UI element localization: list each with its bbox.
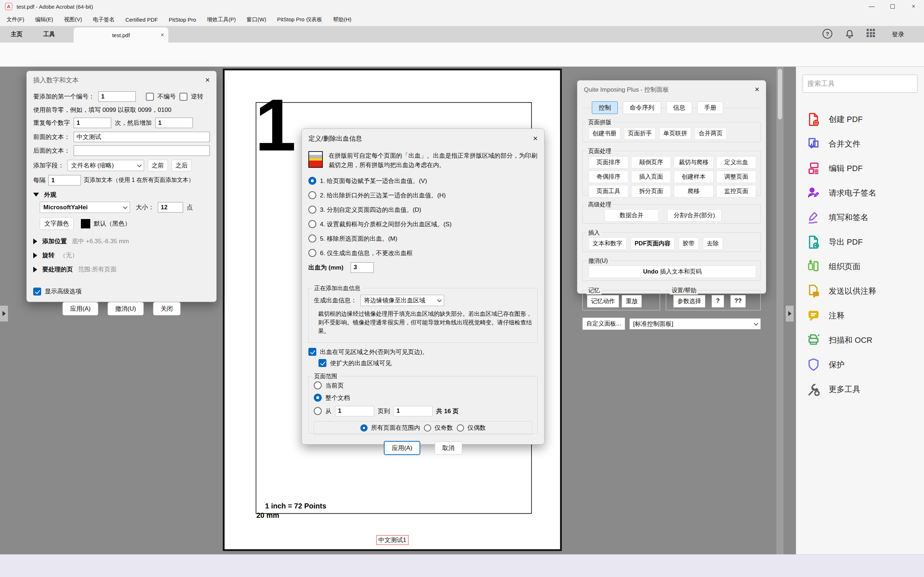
sidebar-item-combine-files[interactable]: 合并文件 bbox=[796, 132, 924, 156]
all-pages-radio[interactable] bbox=[360, 424, 368, 432]
sidebar-item-fill-sign[interactable]: 填写和签名 bbox=[796, 205, 924, 230]
bleed-option-3-radio[interactable] bbox=[309, 206, 316, 214]
define-bleed-button[interactable]: 定义出血 bbox=[716, 156, 756, 169]
font-dropdown[interactable]: MicrosoftYaHei bbox=[40, 202, 130, 213]
data-merge-button[interactable]: 数据合并 bbox=[604, 209, 659, 222]
tab-command-sequence[interactable]: 命令序列 bbox=[623, 102, 661, 114]
create-booklet-button[interactable]: 创建书册 bbox=[588, 127, 620, 140]
close-button[interactable]: × bbox=[903, 0, 924, 13]
pdf-page-content-button[interactable]: PDF页面内容 bbox=[631, 237, 675, 250]
sidebar-item-create-pdf[interactable]: 创建 PDF bbox=[796, 107, 924, 132]
customize-panel-button[interactable]: 自定义面板... bbox=[582, 318, 625, 330]
apply-button[interactable]: 应用(A) bbox=[384, 441, 420, 455]
generate-dropdown[interactable]: 将边缘镜像至出血区域 bbox=[360, 295, 444, 306]
menu-help[interactable]: 帮助(H) bbox=[333, 16, 351, 23]
app-switcher-button[interactable] bbox=[867, 29, 875, 37]
reverse-pages-button[interactable]: 颠倒页序 bbox=[631, 156, 671, 169]
bleed-amount-input[interactable]: 3 bbox=[351, 262, 374, 273]
before-text-input[interactable]: 中文测试 bbox=[74, 132, 210, 142]
menu-pitstop-pro[interactable]: PitStop Pro bbox=[169, 16, 196, 23]
tab-manual[interactable]: 手册 bbox=[697, 102, 723, 114]
text-color-button[interactable]: 文字颜色 bbox=[40, 217, 74, 230]
undo-button[interactable]: 撤消(U) bbox=[108, 302, 144, 315]
cancel-button[interactable]: 取消 bbox=[435, 441, 462, 455]
sidebar-item-protect[interactable]: 保护 bbox=[796, 353, 924, 377]
bleed-option-2-radio[interactable] bbox=[309, 191, 316, 199]
right-panel-toggle[interactable] bbox=[786, 306, 794, 322]
to-page-input[interactable]: 1 bbox=[394, 406, 433, 416]
preferences-button[interactable]: 参数选择 bbox=[674, 295, 705, 308]
appearance-section-toggle[interactable]: 外观 bbox=[27, 190, 216, 199]
after-text-input[interactable] bbox=[74, 145, 210, 156]
repeat-input[interactable]: 1 bbox=[74, 118, 111, 128]
help-button[interactable]: ? bbox=[712, 295, 724, 308]
insert-pages-button[interactable]: 插入页面 bbox=[631, 171, 671, 183]
maximize-button[interactable] bbox=[882, 0, 903, 13]
insert-before-button[interactable]: 之前 bbox=[148, 160, 168, 171]
outside-visible-checkbox[interactable] bbox=[309, 348, 316, 356]
odd-only-radio[interactable] bbox=[424, 424, 431, 432]
vertical-scrollbar[interactable] bbox=[776, 67, 783, 554]
sidebar-item-edit-pdf[interactable]: 编辑 PDF bbox=[796, 156, 924, 181]
tab-info[interactable]: 信息 bbox=[666, 102, 692, 114]
menu-view[interactable]: 视图(V) bbox=[64, 16, 82, 23]
odd-even-sort-button[interactable]: 奇偶排序 bbox=[588, 171, 628, 183]
search-tools-input[interactable] bbox=[803, 75, 918, 93]
reorder-pages-button[interactable]: 页面排序 bbox=[588, 156, 628, 169]
monitor-pages-button[interactable]: 监控页面 bbox=[716, 185, 756, 197]
sidebar-item-send-for-comments[interactable]: 发送以供注释 bbox=[796, 279, 924, 303]
close-icon[interactable]: × bbox=[533, 134, 538, 143]
close-icon[interactable]: × bbox=[754, 85, 759, 94]
sign-in-button[interactable]: 登录 bbox=[892, 26, 904, 43]
close-button[interactable]: 关闭 bbox=[153, 302, 181, 315]
close-icon[interactable]: × bbox=[205, 76, 210, 85]
adjust-pages-button[interactable]: 调整页面 bbox=[716, 171, 756, 183]
sidebar-item-request-signatures[interactable]: 请求电子签名 bbox=[796, 181, 924, 205]
more-help-button[interactable]: ?? bbox=[730, 295, 746, 308]
panel-select-dropdown[interactable]: [标准控制面板] bbox=[629, 318, 761, 329]
n-up-button[interactable]: 单页联拼 bbox=[659, 127, 691, 140]
add-field-dropdown[interactable]: 文件名称 (缩略) bbox=[68, 160, 144, 171]
trim-shift-button[interactable]: 裁切与爬移 bbox=[674, 156, 714, 169]
insert-after-button[interactable]: 之后 bbox=[171, 160, 192, 171]
menu-plugins[interactable]: 增效工具(P) bbox=[207, 16, 236, 23]
from-page-input[interactable]: 1 bbox=[335, 406, 374, 416]
menu-certified-pdf[interactable]: Certified PDF bbox=[125, 16, 158, 23]
color-swatch[interactable] bbox=[81, 219, 90, 229]
sidebar-item-comment[interactable]: 注释 bbox=[796, 303, 924, 328]
creep-button[interactable]: 爬移 bbox=[674, 185, 714, 197]
pages-section-toggle[interactable]: 要处理的页 范围:所有页面 bbox=[27, 265, 216, 274]
bleed-option-4-radio[interactable] bbox=[309, 220, 316, 228]
increment-input[interactable]: 1 bbox=[155, 118, 193, 128]
apply-button[interactable]: 应用(A) bbox=[63, 302, 98, 315]
menu-window[interactable]: 窗口(W) bbox=[247, 16, 266, 23]
sidebar-item-scan-ocr[interactable]: 扫描和 OCR bbox=[796, 328, 924, 353]
sidebar-item-organize-pages[interactable]: 组织页面 bbox=[796, 255, 924, 279]
every-input[interactable]: 1 bbox=[48, 175, 81, 185]
no-number-checkbox[interactable] bbox=[146, 93, 154, 101]
first-number-input[interactable]: 1 bbox=[98, 91, 136, 102]
enlarged-visible-checkbox[interactable] bbox=[318, 359, 326, 367]
sidebar-item-export-pdf[interactable]: 导出 PDF bbox=[796, 230, 924, 255]
position-section-toggle[interactable]: 添加位置 底中 +6.35,-6.35 mm bbox=[27, 237, 216, 245]
size-input[interactable]: 12 bbox=[158, 202, 183, 213]
notifications-button[interactable] bbox=[845, 29, 854, 39]
current-page-radio[interactable] bbox=[314, 381, 322, 389]
sidebar-item-more-tools[interactable]: 更多工具 bbox=[796, 377, 924, 401]
bleed-option-1-radio[interactable] bbox=[309, 177, 316, 185]
page-tools-button[interactable]: 页面工具 bbox=[588, 185, 628, 197]
left-panel-toggle[interactable] bbox=[0, 306, 8, 322]
even-only-radio[interactable] bbox=[457, 424, 464, 432]
tab-home[interactable]: 主页 bbox=[11, 26, 23, 43]
fold-pages-button[interactable]: 页面折手 bbox=[624, 127, 656, 140]
whole-document-radio[interactable] bbox=[314, 394, 322, 401]
scrollbar-thumb[interactable] bbox=[778, 69, 782, 119]
tab-tools[interactable]: 工具 bbox=[43, 26, 55, 43]
bleed-option-6-radio[interactable] bbox=[309, 249, 316, 257]
reverse-checkbox[interactable] bbox=[179, 93, 187, 101]
menu-esign[interactable]: 电子签名 bbox=[93, 16, 115, 23]
remove-button[interactable]: 去除 bbox=[703, 237, 723, 250]
record-action-button[interactable]: 记忆动作 bbox=[587, 295, 619, 308]
menu-file[interactable]: 文件(F) bbox=[6, 16, 24, 23]
text-numbers-button[interactable]: 文本和数字 bbox=[588, 237, 627, 250]
